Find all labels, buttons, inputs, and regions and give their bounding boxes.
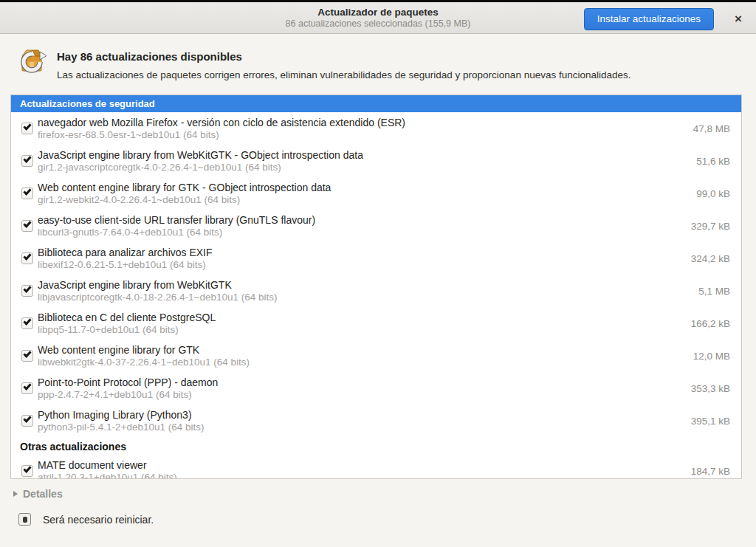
update-text: navegador web Mozilla Firefox - versión … bbox=[38, 117, 684, 140]
update-size: 12,0 MB bbox=[693, 351, 730, 362]
updates-description: Las actualizaciones de paquetes corrigen… bbox=[57, 69, 631, 80]
update-title: MATE document viewer bbox=[38, 459, 682, 471]
restart-notice-row: Será necesario reiniciar. bbox=[18, 513, 154, 526]
checkmark-icon bbox=[23, 382, 31, 390]
update-size: 353,3 kB bbox=[691, 383, 730, 394]
other-updates-section-header: Otras actualizaciones bbox=[11, 437, 741, 455]
update-size: 99,0 kB bbox=[696, 188, 730, 199]
restart-notice-text: Será necesario reiniciar. bbox=[43, 514, 154, 526]
update-checkbox[interactable] bbox=[21, 123, 33, 134]
update-checkbox[interactable] bbox=[21, 415, 33, 427]
checkmark-icon bbox=[23, 219, 31, 227]
update-package-version: firefox-esr-68.5.0esr-1~deb10u1 (64 bits… bbox=[38, 129, 684, 140]
update-title: Web content engine library for GTK - GOb… bbox=[38, 182, 687, 193]
update-title: JavaScript engine library from WebKitGTK bbox=[38, 279, 690, 291]
update-row[interactable]: MATE document vieweratril-1.20.3-1+deb10… bbox=[11, 455, 741, 479]
update-row[interactable]: Python Imaging Library (Python3)python3-… bbox=[11, 405, 741, 437]
install-updates-button[interactable]: Instalar actualizaciones bbox=[584, 8, 714, 30]
security-updates-section-header: Actualizaciones de seguridad bbox=[11, 95, 741, 112]
update-checkbox[interactable] bbox=[21, 317, 33, 329]
update-checkbox[interactable] bbox=[21, 220, 33, 232]
update-title: easy-to-use client-side URL transfer lib… bbox=[38, 214, 682, 226]
package-update-icon bbox=[17, 47, 47, 77]
update-size: 51,6 kB bbox=[696, 156, 730, 167]
update-title: Biblioteca para analizar archivos EXIF bbox=[38, 247, 682, 258]
update-title: Biblioteca en C del cliente PostgreSQL bbox=[38, 312, 682, 323]
security-updates-group: navegador web Mozilla Firefox - versión … bbox=[11, 112, 741, 437]
update-package-version: libjavascriptcoregtk-4.0-18-2.26.4-1~deb… bbox=[38, 292, 690, 303]
update-text: MATE document vieweratril-1.20.3-1+deb10… bbox=[38, 459, 682, 479]
checkmark-icon bbox=[23, 252, 31, 260]
update-package-version: gir1.2-javascriptcoregtk-4.0-2.26.4-1~de… bbox=[38, 162, 687, 173]
details-label: Detalles bbox=[23, 488, 63, 500]
update-size: 395,1 kB bbox=[691, 416, 730, 427]
update-text: Python Imaging Library (Python3)python3-… bbox=[38, 409, 682, 433]
update-text: JavaScript engine library from WebKitGTK… bbox=[38, 149, 687, 173]
update-text: Web content engine library for GTK - GOb… bbox=[38, 182, 687, 205]
checkmark-icon bbox=[23, 464, 31, 472]
update-package-version: python3-pil-5.4.1-2+deb10u1 (64 bits) bbox=[38, 422, 682, 433]
update-package-version: atril-1.20.3-1+deb10u1 (64 bits) bbox=[38, 472, 682, 479]
other-updates-group: MATE document vieweratril-1.20.3-1+deb10… bbox=[11, 455, 741, 479]
update-size: 5,1 MB bbox=[698, 286, 730, 297]
updates-list: Actualizaciones de seguridad navegador w… bbox=[10, 94, 742, 479]
update-title: navegador web Mozilla Firefox - versión … bbox=[38, 117, 684, 128]
update-text: Point-to-Point Protocol (PPP) - daemonpp… bbox=[38, 376, 682, 400]
update-checkbox[interactable] bbox=[21, 188, 33, 199]
headerbar: Actualizador de paquetes 86 actualizacio… bbox=[0, 2, 756, 34]
update-size: 166,2 kB bbox=[691, 318, 730, 329]
update-row[interactable]: Biblioteca para analizar archivos EXIFli… bbox=[11, 242, 741, 275]
package-updater-window: Actualizador de paquetes 86 actualizacio… bbox=[0, 0, 756, 547]
update-size: 324,2 kB bbox=[691, 253, 730, 264]
update-checkbox[interactable] bbox=[21, 382, 33, 394]
update-text: Biblioteca para analizar archivos EXIFli… bbox=[38, 247, 682, 270]
window-subtitle: 86 actualizaciones seleccionadas (155,9 … bbox=[286, 18, 471, 29]
update-checkbox[interactable] bbox=[21, 465, 33, 477]
update-text: Biblioteca en C del cliente PostgreSQLli… bbox=[38, 312, 682, 335]
update-text: easy-to-use client-side URL transfer lib… bbox=[38, 214, 682, 238]
update-size: 184,7 kB bbox=[691, 466, 730, 477]
update-row[interactable]: easy-to-use client-side URL transfer lib… bbox=[11, 210, 741, 242]
update-package-version: gir1.2-webkit2-4.0-2.26.4-1~deb10u1 (64 … bbox=[38, 194, 687, 205]
checkmark-icon bbox=[23, 317, 31, 325]
details-expander[interactable]: Detalles bbox=[13, 488, 63, 500]
update-package-version: libexif12-0.6.21-5.1+deb10u1 (64 bits) bbox=[38, 259, 682, 270]
checkmark-icon bbox=[23, 284, 31, 292]
update-size: 329,7 kB bbox=[691, 221, 730, 232]
update-row[interactable]: Web content engine library for GTKlibweb… bbox=[11, 340, 741, 372]
update-checkbox[interactable] bbox=[21, 350, 33, 362]
expander-arrow-icon bbox=[13, 491, 18, 497]
update-checkbox[interactable] bbox=[21, 155, 33, 167]
update-row[interactable]: navegador web Mozilla Firefox - versión … bbox=[11, 112, 741, 145]
checkmark-icon bbox=[23, 122, 31, 130]
checkmark-icon bbox=[23, 414, 31, 422]
window-title: Actualizador de paquetes bbox=[317, 7, 439, 18]
update-size: 47,8 MB bbox=[693, 123, 730, 134]
checkmark-icon bbox=[23, 154, 31, 162]
update-title: Python Imaging Library (Python3) bbox=[38, 409, 682, 421]
restart-required-icon bbox=[18, 513, 31, 526]
checkmark-icon bbox=[23, 349, 31, 357]
update-row[interactable]: JavaScript engine library from WebKitGTK… bbox=[11, 145, 741, 177]
update-package-version: ppp-2.4.7-2+4.1+deb10u1 (64 bits) bbox=[38, 389, 682, 400]
update-package-version: libpq5-11.7-0+deb10u1 (64 bits) bbox=[38, 324, 682, 335]
update-text: JavaScript engine library from WebKitGTK… bbox=[38, 279, 690, 303]
update-package-version: libcurl3-gnutls-7.64.0-4+deb10u1 (64 bit… bbox=[38, 227, 682, 238]
update-checkbox[interactable] bbox=[21, 285, 33, 297]
updates-available-heading: Hay 86 actualizaciones disponibles bbox=[57, 50, 242, 63]
checkmark-icon bbox=[23, 187, 31, 195]
update-row[interactable]: Biblioteca en C del cliente PostgreSQLli… bbox=[11, 307, 741, 340]
update-row[interactable]: JavaScript engine library from WebKitGTK… bbox=[11, 275, 741, 307]
update-row[interactable]: Web content engine library for GTK - GOb… bbox=[11, 177, 741, 210]
update-title: JavaScript engine library from WebKitGTK… bbox=[38, 149, 687, 161]
update-title: Point-to-Point Protocol (PPP) - daemon bbox=[38, 376, 682, 388]
close-icon[interactable]: × bbox=[729, 10, 748, 29]
update-checkbox[interactable] bbox=[21, 252, 33, 264]
update-row[interactable]: Point-to-Point Protocol (PPP) - daemonpp… bbox=[11, 372, 741, 405]
update-package-version: libwebkit2gtk-4.0-37-2.26.4-1~deb10u1 (6… bbox=[38, 357, 684, 368]
update-title: Web content engine library for GTK bbox=[38, 344, 684, 356]
update-text: Web content engine library for GTKlibweb… bbox=[38, 344, 684, 368]
